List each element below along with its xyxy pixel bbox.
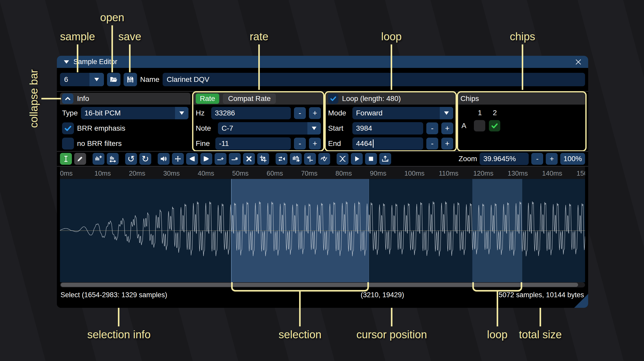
apply-silence-button[interactable] [229,153,241,165]
fade-in-button[interactable] [186,153,198,165]
check-icon [330,95,337,102]
fine-increment-button[interactable]: + [309,138,321,150]
zoom-value-input[interactable]: 39.9645% [480,153,529,165]
chevron-down-icon[interactable] [307,122,321,135]
annotation-collapse-bar: collapse bar [28,69,40,128]
annotation-open: open [100,11,124,24]
ruler-tick-90ms: 90ms [370,169,387,177]
ruler-tick-100ms: 100ms [404,169,425,177]
ruler-tick-0ms: 0ms [60,169,73,177]
hz-input[interactable]: 33286 [211,107,291,119]
fine-decrement-button[interactable]: - [294,138,306,150]
normalize-button[interactable] [172,153,184,165]
chevron-down-icon[interactable] [175,107,188,119]
zoom-in-button[interactable]: + [546,153,558,165]
preview-button[interactable] [337,153,348,165]
resample-button[interactable] [107,153,119,165]
sample-type-value: 16-bit PCM [81,107,175,119]
fade-out-button[interactable] [200,153,212,165]
rate-tab[interactable]: Rate [196,93,219,104]
loop-start-input[interactable]: 3984 [352,122,423,135]
sample-editor-window: Sample Editor 6 [57,56,588,308]
close-button[interactable] [574,57,583,67]
loop-start-increment-button[interactable]: + [441,122,453,134]
ruler-tick-50ms: 50ms [232,169,249,177]
open-sample-button[interactable] [107,73,120,86]
brr-emphasis-checkbox[interactable] [62,122,74,134]
chip-column-1: 1 [474,109,486,117]
callout-line-loop [391,44,392,90]
redo-button[interactable]: ↻ [139,153,151,165]
chevron-down-icon[interactable] [89,73,104,86]
create-instrument-button[interactable] [379,153,391,165]
ruler-tick-120ms: 120ms [473,169,493,177]
delete-button[interactable] [243,153,255,165]
amplify-button[interactable] [158,153,170,165]
annotation-loop: loop [381,30,401,43]
no-brr-filters-checkbox[interactable] [62,138,74,150]
insert-silence-button[interactable] [215,153,226,165]
invert-button[interactable] [290,153,302,165]
zoom-out-button[interactable]: - [531,153,543,165]
info-panel: Info Type 16-bit PCM BRR emph [60,93,191,150]
loop-start-decrement-button[interactable]: - [426,122,438,134]
waveform-view[interactable] [60,179,585,282]
chip-1-checkbox[interactable] [474,120,485,131]
stage: sample open save rate loop chips collaps… [0,0,644,361]
create-instrument-icon [381,155,389,163]
text-cursor [373,139,374,148]
chevron-down-icon[interactable] [440,107,453,119]
draw-mode-button[interactable] [74,153,86,165]
reverse-button[interactable] [276,153,287,165]
loop-panel-header: Loop (length: 480) [326,93,455,105]
sample-type-select[interactable]: 16-bit PCM [81,107,188,119]
edit-mode-button[interactable] [60,153,72,165]
hz-increment-button[interactable]: + [309,107,321,119]
info-panel-title: Info [77,95,89,103]
hz-row: Hz 33286 - + [196,107,321,120]
ruler-tick-60ms: 60ms [267,169,283,177]
loop-enable-checkbox[interactable] [328,93,338,104]
loop-end-input[interactable]: 4464 [352,137,423,150]
loop-end-label: End [328,139,349,148]
time-ruler[interactable]: 0ms10ms20ms30ms40ms50ms60ms70ms80ms90ms1… [60,167,585,179]
title-bar[interactable]: Sample Editor [57,56,588,68]
compat-rate-tab[interactable]: Compat Rate [223,93,276,104]
trim-button[interactable] [257,153,269,165]
sample-number-select[interactable]: 6 [60,73,104,86]
check-icon [491,122,498,130]
undo-button[interactable]: ↺ [125,153,137,165]
loop-panel: Loop (length: 480) Mode Forward Start 39… [326,93,455,150]
stop-icon [367,155,375,163]
resize-grip[interactable] [574,294,588,308]
chip-2-checkbox[interactable] [489,120,500,131]
play-button[interactable] [351,153,363,165]
brr-emphasis-row: BRR emphasis [62,122,188,135]
fine-input[interactable]: -11 [215,137,291,150]
ruler-tick-150ms: 150ms [577,169,585,177]
save-sample-button[interactable] [124,73,137,86]
resize-button[interactable] [93,153,104,165]
selection-info-text: Select (1654-2983: 1329 samples) [60,291,167,299]
sign-invert-button[interactable] [304,153,316,165]
annotation-chips: chips [510,30,535,43]
zoom-label: Zoom [459,155,477,163]
loop-mode-select[interactable]: Forward [352,107,453,119]
chip-column-2: 2 [489,109,501,117]
name-label: Name [140,75,160,84]
collapse-window-icon[interactable] [64,60,69,64]
note-select[interactable]: C-7 [218,122,321,135]
collapse-bar-button[interactable] [62,93,73,104]
loop-end-increment-button[interactable]: + [441,138,453,150]
fine-label: Fine [196,139,212,148]
loop-end-decrement-button[interactable]: - [426,138,438,150]
hz-decrement-button[interactable]: - [294,107,306,119]
apply-filter-button[interactable] [318,153,330,165]
callout-line-cursor-position [391,308,392,326]
ruler-tick-10ms: 10ms [94,169,111,177]
reverse-icon [278,155,285,163]
type-row: Type 16-bit PCM [62,107,188,120]
stop-button[interactable] [365,153,377,165]
zoom-reset-button[interactable]: 100% [560,153,585,165]
window-title: Sample Editor [73,58,117,66]
